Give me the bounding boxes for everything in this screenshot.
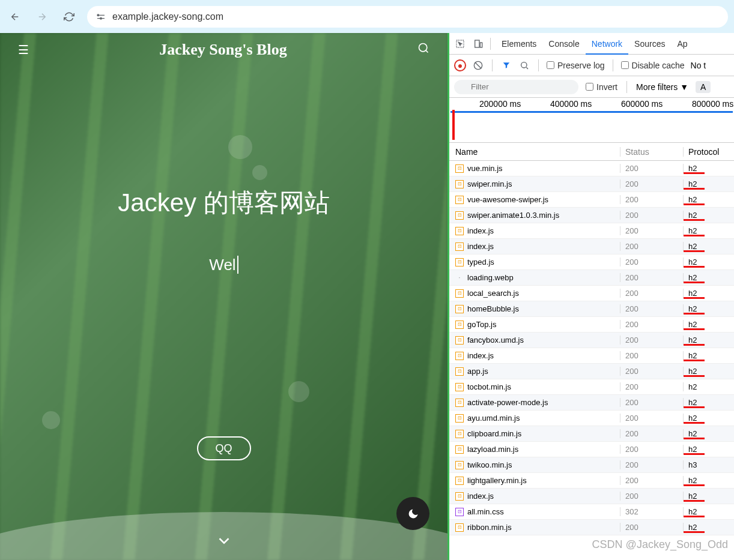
col-status[interactable]: Status	[620, 147, 684, 157]
menu-icon[interactable]: ☰	[18, 43, 29, 57]
table-row[interactable]: ⊡swiper.animate1.0.3.min.js200h2	[449, 208, 734, 223]
file-name: index.js	[467, 242, 494, 251]
table-row[interactable]: ⊡lazyload.min.js200h2	[449, 442, 734, 457]
file-name: vue-awesome-swiper.js	[467, 195, 548, 204]
more-filters-button[interactable]: More filters ▼	[636, 82, 688, 92]
js-file-icon: ⊡	[455, 321, 464, 329]
search-icon[interactable]	[518, 59, 530, 71]
file-name: typed.js	[467, 257, 494, 266]
disable-cache-checkbox[interactable]: Disable cache	[621, 61, 685, 70]
col-protocol[interactable]: Protocol	[684, 147, 734, 157]
table-row[interactable]: ⊡tocbot.min.js200h2	[449, 379, 734, 395]
devtools-panel: ElementsConsoleNetworkSourcesAp ● Preser…	[447, 33, 734, 560]
tab-ap[interactable]: Ap	[671, 34, 693, 53]
status-value: 200	[620, 304, 684, 313]
status-value: 200	[620, 336, 684, 345]
tab-elements[interactable]: Elements	[496, 34, 542, 53]
reload-button[interactable]	[60, 8, 78, 26]
table-row[interactable]: ⊡vue-awesome-swiper.js200h2	[449, 192, 734, 208]
throttling-label[interactable]: No t	[691, 61, 706, 70]
dark-mode-button[interactable]	[396, 497, 429, 530]
table-row[interactable]: ⊡vue.min.js200h2	[449, 161, 734, 176]
table-row[interactable]: ⊡typed.js200h2	[449, 254, 734, 270]
js-file-icon: ⊡	[455, 461, 464, 469]
status-value: 200	[620, 414, 684, 423]
status-value: 302	[620, 507, 684, 516]
table-row[interactable]: ⊡lightgallery.min.js200h2	[449, 473, 734, 489]
file-name: activate-power-mode.js	[467, 398, 548, 407]
network-timeline[interactable]: 200000 ms400000 ms600000 ms800000 ms	[449, 98, 734, 143]
url-bar[interactable]: example.jackey-song.com	[87, 6, 728, 28]
protocol-value: h2	[684, 226, 734, 235]
table-row[interactable]: ⊡swiper.min.js200h2	[449, 176, 734, 192]
js-file-icon: ⊡	[455, 242, 464, 251]
status-value: 200	[620, 273, 684, 282]
scroll-down-icon[interactable]	[215, 532, 233, 554]
protocol-value: h2	[684, 289, 734, 298]
file-name: goTop.js	[467, 320, 496, 329]
table-row[interactable]: ⊡twikoo.min.js200h3	[449, 457, 734, 473]
table-row[interactable]: ⊡clipboard.min.js200h2	[449, 426, 734, 442]
table-row[interactable]: ⊡index.js200h2	[449, 489, 734, 504]
site-settings-icon[interactable]	[94, 10, 108, 23]
tab-console[interactable]: Console	[542, 34, 585, 53]
filter-toggle-icon[interactable]	[500, 59, 512, 71]
search-icon[interactable]	[417, 42, 429, 57]
table-row[interactable]: ⊡homeBubble.js200h2	[449, 301, 734, 317]
file-name: all.min.css	[467, 507, 504, 516]
device-icon[interactable]	[470, 36, 485, 51]
protocol-value: h2	[684, 320, 734, 329]
inspect-icon[interactable]	[452, 36, 467, 51]
table-row[interactable]: ⊡all.min.css302h2	[449, 504, 734, 520]
protocol-value: h2	[684, 367, 734, 376]
network-toolbar: ● Preserve log Disable cache No t	[449, 55, 734, 76]
file-name: vue.min.js	[467, 164, 503, 173]
table-row[interactable]: ⊡local_search.js200h2	[449, 286, 734, 301]
filter-input[interactable]	[454, 80, 578, 94]
preserve-log-checkbox[interactable]: Preserve log	[547, 61, 605, 70]
js-file-icon: ⊡	[455, 305, 464, 313]
qq-button[interactable]: QQ	[197, 436, 251, 460]
status-value: 200	[620, 351, 684, 360]
js-file-icon: ⊡	[455, 211, 464, 220]
table-row[interactable]: ·loading.webp200h2	[449, 270, 734, 286]
col-name[interactable]: Name	[449, 147, 620, 157]
page-content: ☰ Jackey Song's Blog Jackey 的博客网站 Wel QQ	[0, 33, 447, 560]
table-row[interactable]: ⊡index.js200h2	[449, 348, 734, 364]
js-file-icon: ⊡	[455, 445, 464, 454]
timeline-label: 400000 ms	[550, 99, 592, 109]
js-file-icon: ⊡	[455, 414, 464, 423]
file-name: index.js	[467, 351, 494, 360]
status-value: 200	[620, 382, 684, 391]
js-file-icon: ⊡	[455, 383, 464, 391]
back-button[interactable]	[6, 8, 24, 26]
table-row[interactable]: ⊡index.js200h2	[449, 223, 734, 239]
protocol-value: h2	[684, 476, 734, 485]
table-row[interactable]: ⊡ayu.umd.min.js200h2	[449, 411, 734, 426]
table-row[interactable]: ⊡ribbon.min.js200h2	[449, 520, 734, 535]
record-icon[interactable]: ●	[454, 59, 466, 71]
protocol-value: h2	[684, 242, 734, 251]
timeline-label: 200000 ms	[479, 99, 521, 109]
js-file-icon: ⊡	[455, 289, 464, 298]
protocol-value: h2	[684, 492, 734, 501]
invert-checkbox[interactable]: Invert	[586, 82, 617, 92]
js-file-icon: ⊡	[455, 492, 464, 501]
network-filter-bar: Invert More filters ▼ A	[449, 76, 734, 98]
clear-icon[interactable]	[472, 59, 484, 71]
tab-network[interactable]: Network	[586, 34, 628, 55]
forward-button[interactable]	[33, 8, 51, 26]
table-row[interactable]: ⊡fancybox.umd.js200h2	[449, 333, 734, 348]
table-row[interactable]: ⊡app.js200h2	[449, 364, 734, 379]
protocol-value: h2	[684, 211, 734, 220]
tab-sources[interactable]: Sources	[628, 34, 671, 53]
protocol-value: h2	[684, 304, 734, 313]
file-name: lightgallery.min.js	[467, 476, 527, 485]
table-row[interactable]: ⊡goTop.js200h2	[449, 317, 734, 333]
table-row[interactable]: ⊡index.js200h2	[449, 239, 734, 254]
status-value: 200	[620, 226, 684, 235]
file-name: swiper.animate1.0.3.min.js	[467, 211, 559, 220]
table-row[interactable]: ⊡activate-power-mode.js200h2	[449, 395, 734, 411]
all-filter[interactable]: A	[696, 81, 711, 93]
status-value: 200	[620, 289, 684, 298]
